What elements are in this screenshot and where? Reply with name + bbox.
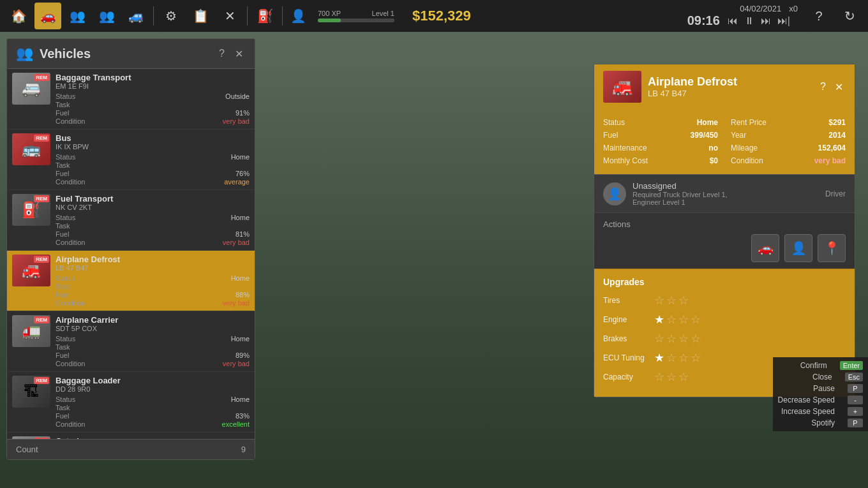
shortcut-label: Decrease Speed — [778, 396, 835, 404]
vehicles-help-btn[interactable]: ? — [216, 47, 227, 61]
stat-label: Task — [56, 283, 144, 290]
nav-tasks[interactable]: 📋 — [187, 3, 214, 29]
nav-vehicles[interactable]: 🚗 — [34, 3, 61, 29]
action-assign-driver-btn[interactable]: 👤 — [784, 234, 812, 262]
stat-value — [163, 343, 250, 351]
detail-stat-row: Condition very bad — [731, 156, 846, 165]
stat-value: Home — [163, 335, 250, 343]
year-value: 2014 — [828, 131, 846, 140]
fuel-label: Fuel — [603, 131, 618, 140]
nav-buy-vehicle[interactable]: 🚙 — [123, 3, 149, 29]
stat-label: Condition — [56, 360, 144, 367]
speed-forward[interactable]: ⏭ — [758, 14, 774, 28]
date-display: 04/02/2021 — [740, 4, 781, 13]
stat-label: Condition — [56, 178, 145, 186]
shortcuts-panel: Confirm Enter Close Esc Pause P Decrease… — [773, 357, 868, 431]
vehicle-stats: Status Home Task Fuel 76% Condition aver… — [56, 153, 250, 186]
speed-end[interactable]: ⏭| — [775, 14, 793, 28]
vehicles-title: Vehicles — [40, 47, 210, 61]
rent-price-label: Rent Price — [731, 118, 767, 127]
detail-stat-row: Fuel 399/450 — [603, 131, 718, 140]
stat-label: Condition — [56, 239, 144, 246]
vehicle-thumb: 🚐 REM — [12, 436, 50, 439]
stat-value: 88% — [163, 291, 250, 299]
nav-home[interactable]: 🏠 — [5, 3, 32, 29]
condition-value: very bad — [814, 156, 846, 165]
vehicle-badge: REM — [34, 316, 49, 323]
vehicle-row[interactable]: 🚐 REM Catering BEL Z9 POG Status Home Ta… — [7, 433, 255, 439]
action-send-to-btn[interactable]: 📍 — [818, 234, 846, 262]
vehicle-row[interactable]: 🚐 REM Baggage Transport EM 1E F9I Status… — [7, 69, 255, 129]
vehicles-header-actions: ? ✕ — [216, 47, 246, 61]
nav-hire-staff[interactable]: 👥 — [93, 3, 120, 29]
upgrade-name: Brakes — [603, 334, 654, 343]
detail-close-btn[interactable]: ✕ — [832, 80, 846, 94]
vehicle-badge: REM — [34, 438, 49, 439]
stat-value: excellent — [163, 420, 250, 428]
detail-header: 🚒 Airplane Defrost LB 47 B47 ? ✕ — [594, 64, 855, 109]
star-icon: ☆ — [654, 370, 664, 384]
stat-label: Fuel — [56, 230, 144, 238]
vehicle-info: Baggage Loader DD 28 9R0 Status Home Tas… — [56, 376, 250, 428]
vehicle-info: Fuel Transport NK CV 2KT Status Home Tas… — [56, 194, 250, 246]
hud-sep3 — [282, 6, 283, 26]
vehicle-row[interactable]: ⛽ REM Fuel Transport NK CV 2KT Status Ho… — [7, 190, 255, 251]
detail-vehicle-code: LB 47 B47 — [648, 89, 811, 98]
help-button[interactable]: ? — [805, 3, 832, 29]
count-value: 9 — [241, 445, 246, 454]
stat-value: 81% — [163, 230, 250, 238]
vehicles-close-btn[interactable]: ✕ — [232, 47, 246, 61]
detail-help-btn[interactable]: ? — [818, 80, 828, 94]
vehicle-name: Baggage Transport — [56, 73, 250, 82]
xp-current: 700 XP — [318, 10, 341, 17]
shortcut-decrease-speed: Decrease Speed - — [778, 394, 863, 406]
upgrade-row-brakes: Brakes ☆ ☆ ☆ ☆ — [603, 332, 846, 346]
vehicle-row-selected[interactable]: 🚒 REM Airplane Defrost LB 47 B47 Status … — [7, 251, 255, 311]
shortcut-label: Confirm — [778, 361, 827, 370]
vehicle-row[interactable]: 🚛 REM Airplane Carrier SDT 5P COX Status… — [7, 311, 255, 372]
vehicle-badge: REM — [34, 195, 49, 202]
monthly-cost-value: $0 — [710, 156, 718, 165]
vehicle-name: Airplane Carrier — [56, 315, 250, 325]
shortcut-key: Esc — [845, 373, 863, 381]
nav-staff[interactable]: 👥 — [64, 3, 91, 29]
vehicle-thumb-icon: 🚌 — [22, 140, 41, 158]
vehicle-list: 🚐 REM Baggage Transport EM 1E F9I Status… — [7, 69, 255, 439]
nav-dismiss[interactable]: ✕ — [216, 3, 243, 29]
vehicle-code: SDT 5P COX — [56, 325, 250, 332]
vehicle-thumb-icon: 🚛 — [22, 322, 41, 340]
stat-value — [163, 222, 250, 230]
stat-value — [163, 101, 250, 108]
upgrade-row-engine: Engine ★ ☆ ☆ ☆ — [603, 313, 846, 327]
detail-actions-section: Actions 🚗 👤 📍 — [594, 212, 855, 269]
refresh-button[interactable]: ↻ — [836, 3, 863, 29]
vehicle-stats: Status Home Task Fuel 83% Condition exce… — [56, 396, 250, 428]
player-icon: 👤 — [290, 8, 306, 24]
driver-name: Unassigned — [632, 181, 819, 191]
nav-fuel[interactable]: ⛽ — [251, 3, 278, 29]
driver-role: Driver — [825, 189, 846, 198]
vehicle-thumb: 🚐 REM — [12, 73, 50, 105]
action-drive-btn[interactable]: 🚗 — [751, 234, 779, 262]
stat-value: Outside — [163, 92, 250, 100]
star-icon: ☆ — [666, 332, 677, 346]
vehicle-row[interactable]: 🚌 REM Bus IK IX BPW Status Home Task Fue… — [7, 129, 255, 190]
datetime-block: 04/02/2021 x0 09:16 ⏮ ⏸ ⏭ ⏭| — [687, 4, 798, 28]
stat-value: Home — [163, 396, 250, 403]
shortcut-confirm: Confirm Enter — [778, 360, 863, 371]
stat-value: average — [164, 178, 250, 186]
detail-vehicle-name: Airplane Defrost — [648, 75, 811, 89]
vehicle-badge: REM — [34, 135, 49, 142]
actions-buttons: 🚗 👤 📍 — [603, 234, 846, 262]
speed-pause[interactable]: ⏸ — [742, 14, 757, 28]
nav-settings[interactable]: ⚙ — [158, 3, 184, 29]
stat-label: Fuel — [56, 109, 144, 117]
upgrade-name: ECU Tuning — [603, 353, 654, 362]
vehicle-code: NK CV 2KT — [56, 203, 250, 211]
stat-label: Condition — [56, 420, 144, 428]
star-icon: ☆ — [678, 293, 689, 307]
shortcut-key: P — [848, 384, 863, 393]
upgrade-stars: ☆ ☆ ☆ — [654, 370, 689, 384]
speed-rewind[interactable]: ⏮ — [725, 14, 740, 28]
vehicle-row[interactable]: 🏗 REM Baggage Loader DD 28 9R0 Status Ho… — [7, 372, 255, 433]
